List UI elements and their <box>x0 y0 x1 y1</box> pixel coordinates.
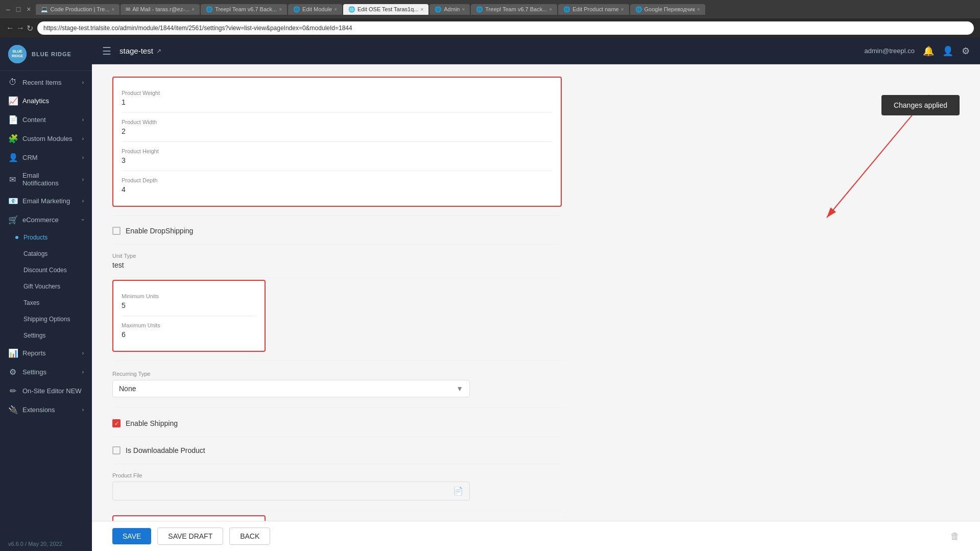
tab-close-icon[interactable]: × <box>279 7 282 12</box>
tab-label: Treepl Team v6.7 Back... <box>485 6 547 12</box>
browser-tab-6[interactable]: 🌐 Admin × <box>429 4 470 15</box>
is-downloadable-label: Is Downloadable Product <box>126 446 205 454</box>
chevron-right-icon: › <box>82 198 84 204</box>
save-button[interactable]: SAVE <box>112 528 151 544</box>
sidebar-label-analytics: Analytics <box>22 97 49 105</box>
sidebar-item-gift-vouchers[interactable]: Gift Vouchers <box>0 278 92 295</box>
notification-bell-icon[interactable]: 🔔 <box>923 45 934 57</box>
units-field-group: Minimum Units 5 Maximum Units 6 <box>112 280 266 352</box>
svg-text:RIDGE: RIDGE <box>12 54 23 58</box>
sidebar-item-crm[interactable]: 👤 CRM › <box>0 148 92 167</box>
sidebar-item-settings[interactable]: ⚙ Settings › <box>0 363 92 381</box>
sidebar-label-content: Content <box>22 116 46 124</box>
product-file-field: Product File 📄 <box>112 466 562 507</box>
sidebar-label-ecom-settings: Settings <box>23 332 45 339</box>
inactive-dot <box>15 285 18 288</box>
is-downloadable-checkbox[interactable] <box>112 446 121 454</box>
sidebar-item-reports[interactable]: 📊 Reports › <box>0 344 92 363</box>
inactive-dot <box>15 334 18 337</box>
external-link-icon[interactable]: ↗ <box>156 47 161 55</box>
sidebar-item-recent-items[interactable]: ⏱ Recent Items › <box>0 73 92 91</box>
sidebar-item-on-site-editor[interactable]: ✏ On-Site Editor NEW <box>0 381 92 400</box>
product-file-input[interactable]: 📄 <box>112 482 470 500</box>
extensions-icon: 🔌 <box>8 405 17 415</box>
enable-dropshipping-checkbox[interactable] <box>112 227 121 235</box>
browser-tab-1[interactable]: 💻 Code Production | Tre... × <box>36 4 119 15</box>
tab-close-icon[interactable]: × <box>549 7 552 12</box>
product-depth-field: Product Depth 4 <box>122 171 553 200</box>
divider <box>112 511 562 511</box>
recurring-type-select[interactable]: None ▼ <box>112 380 470 397</box>
inactive-dot <box>15 301 18 304</box>
sidebar-label-discount-codes: Discount Codes <box>23 267 67 274</box>
browser-tab-7[interactable]: 🌐 Treepl Team v6.7 Back... × <box>471 4 557 15</box>
sidebar-item-analytics[interactable]: 📈 Analytics <box>0 91 92 110</box>
tab-close-icon[interactable]: × <box>697 7 700 12</box>
tab-close-icon[interactable]: × <box>192 7 195 12</box>
browser-tab-4[interactable]: 🌐 Edit Module × <box>288 4 342 15</box>
product-depth-label: Product Depth <box>122 177 553 183</box>
product-width-value[interactable]: 2 <box>122 127 553 135</box>
tab-close-icon[interactable]: × <box>462 7 465 12</box>
sidebar-item-custom-modules[interactable]: 🧩 Custom Modules › <box>0 129 92 148</box>
forward-nav-button[interactable]: → <box>16 23 25 33</box>
sidebar-item-catalogs[interactable]: Catalogs <box>0 246 92 262</box>
browser-tab-5[interactable]: 🌐 Edit OSE Test Taras1q... × <box>343 4 428 15</box>
back-button[interactable]: BACK <box>229 528 270 545</box>
product-height-label: Product Height <box>122 148 553 154</box>
analytics-icon: 📈 <box>8 96 17 106</box>
sidebar-label-products: Products <box>23 234 47 241</box>
product-height-field: Product Height 3 <box>122 142 553 171</box>
recurring-type-value: None <box>119 385 136 393</box>
browser-tab-9[interactable]: 🌐 Google Переводчик × <box>630 4 705 15</box>
save-draft-button[interactable]: SAVE DRAFT <box>157 528 223 545</box>
ecommerce-icon: 🛒 <box>8 215 17 225</box>
minimum-units-value[interactable]: 5 <box>122 301 256 309</box>
sidebar-item-ecommerce[interactable]: 🛒 eCommerce › <box>0 210 92 229</box>
reload-button[interactable]: ↻ <box>27 23 33 33</box>
tab-favicon: 🌐 <box>563 6 570 13</box>
user-avatar-icon[interactable]: 👤 <box>942 45 953 57</box>
url-input[interactable]: https://stage-test.trialsite.co/admin/mo… <box>37 21 974 35</box>
tab-label: Admin <box>444 6 460 12</box>
sidebar-item-taxes[interactable]: Taxes <box>0 295 92 311</box>
browser-tab-8[interactable]: 🌐 Edit Product name × <box>558 4 629 15</box>
sidebar-item-email-notifications[interactable]: ✉ Email Notifications › <box>0 167 92 191</box>
browser-tab-3[interactable]: 🌐 Treepl Team v6.7 Back... × <box>201 4 287 15</box>
product-depth-value[interactable]: 4 <box>122 185 553 194</box>
trash-icon[interactable]: 🗑 <box>950 531 960 541</box>
file-upload-icon[interactable]: 📄 <box>453 486 463 496</box>
browser-tabs: 💻 Code Production | Tre... × ✉ All Mail … <box>36 4 976 15</box>
hamburger-icon[interactable]: ☰ <box>102 45 111 57</box>
product-height-value[interactable]: 3 <box>122 156 553 164</box>
sidebar-item-products[interactable]: Products <box>0 229 92 246</box>
sidebar-item-content[interactable]: 📄 Content › <box>0 110 92 129</box>
tab-close-icon[interactable]: × <box>334 7 337 12</box>
tab-close-icon[interactable]: × <box>420 7 423 12</box>
topbar-actions: admin@treepl.co 🔔 👤 ⚙ <box>865 45 970 57</box>
tab-favicon: ✉ <box>126 6 130 13</box>
browser-tab-2[interactable]: ✉ All Mail - taras.r@ez-... × <box>121 4 200 15</box>
back-nav-button[interactable]: ← <box>6 23 14 33</box>
sidebar-item-email-marketing[interactable]: 📧 Email Marketing › <box>0 191 92 210</box>
enable-shipping-checkbox[interactable] <box>112 419 121 427</box>
sidebar-item-shipping-options[interactable]: Shipping Options <box>0 311 92 327</box>
minimize-btn[interactable]: – <box>4 4 12 14</box>
tab-label: Google Переводчик <box>644 6 696 12</box>
maximize-btn[interactable]: □ <box>14 4 22 14</box>
tab-favicon: 🌐 <box>206 6 213 13</box>
sidebar-item-ecom-settings[interactable]: Settings <box>0 327 92 344</box>
product-weight-value[interactable]: 1 <box>122 98 553 106</box>
tab-close-icon[interactable]: × <box>111 7 114 12</box>
close-btn[interactable]: × <box>25 4 33 14</box>
sidebar-item-extensions[interactable]: 🔌 Extensions › <box>0 400 92 419</box>
unit-type-value[interactable]: test <box>112 261 562 269</box>
sidebar-label-email-marketing: Email Marketing <box>22 197 70 205</box>
sidebar-item-discount-codes[interactable]: Discount Codes <box>0 262 92 278</box>
settings-gear-icon[interactable]: ⚙ <box>962 45 970 57</box>
tab-label: Code Production | Tre... <box>50 6 109 12</box>
enable-dropshipping-row: Enable DropShipping <box>112 220 562 242</box>
tab-close-icon[interactable]: × <box>621 7 624 12</box>
maximum-units-value[interactable]: 6 <box>122 330 256 339</box>
sidebar-label-catalogs: Catalogs <box>23 250 47 257</box>
